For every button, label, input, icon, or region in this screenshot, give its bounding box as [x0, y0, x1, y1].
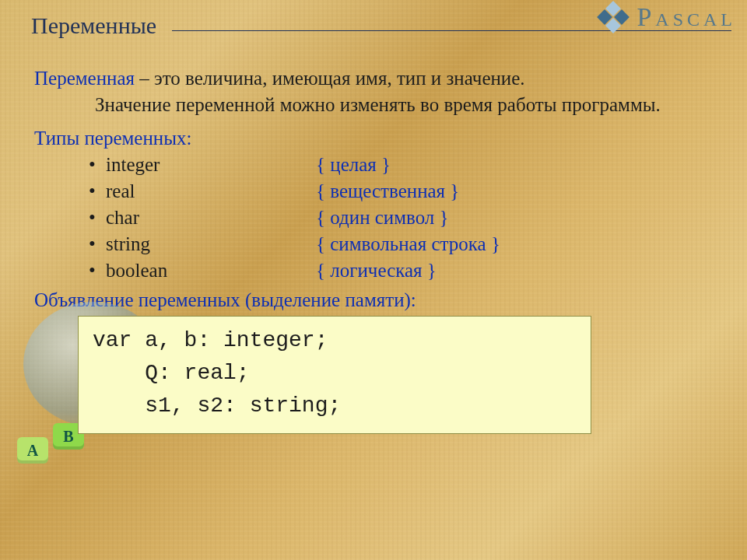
code-line: s1, s2: string;: [93, 394, 341, 418]
definition-line1: – это величина, имеющая имя, тип и значе…: [135, 68, 525, 89]
type-desc: { логическая }: [316, 260, 437, 282]
definition-line2: Значение переменной можно изменять во вр…: [34, 92, 713, 118]
list-item: • char { один символ }: [89, 207, 713, 229]
type-desc: { один символ }: [316, 207, 449, 229]
slide-body: Переменная – это величина, имеющая имя, …: [0, 44, 747, 434]
list-item: • real { вещественная }: [89, 180, 713, 202]
bullet-icon: •: [89, 207, 106, 229]
code-line: Q: real;: [93, 361, 250, 385]
type-desc: { вещественная }: [316, 180, 459, 202]
bullet-icon: •: [89, 154, 106, 176]
code-line: var a, b: integer;: [93, 328, 328, 352]
type-name: real: [106, 180, 316, 202]
declaration-heading: Объявление переменных (выделение памяти)…: [34, 289, 713, 311]
bullet-icon: •: [89, 260, 106, 282]
type-name: integer: [106, 154, 316, 176]
code-example: var a, b: integer; Q: real; s1, s2: stri…: [78, 316, 591, 434]
type-name: boolean: [106, 260, 316, 282]
type-desc: { символьная строка }: [316, 233, 500, 255]
logo-text: Pascal: [637, 2, 736, 32]
list-item: • boolean { логическая }: [89, 260, 713, 282]
slide-title: Переменные: [31, 12, 156, 39]
slide-header: Переменные Pascal: [0, 0, 747, 44]
list-item: • integer { целая }: [89, 154, 713, 176]
pascal-logo: Pascal: [596, 0, 736, 34]
bullet-icon: •: [89, 180, 106, 202]
definition-paragraph: Переменная – это величина, имеющая имя, …: [34, 65, 713, 118]
type-desc: { целая }: [316, 154, 391, 176]
types-heading: Типы переменных:: [34, 128, 713, 149]
type-name: string: [106, 233, 316, 255]
logo-diamond-icon: [596, 0, 630, 34]
bullet-icon: •: [89, 233, 106, 255]
term-variable: Переменная: [34, 68, 135, 89]
types-list: • integer { целая } • real { вещественна…: [34, 154, 713, 282]
list-item: • string { символьная строка }: [89, 233, 713, 255]
type-name: char: [106, 207, 316, 229]
globe-letter-a: A: [17, 437, 48, 464]
